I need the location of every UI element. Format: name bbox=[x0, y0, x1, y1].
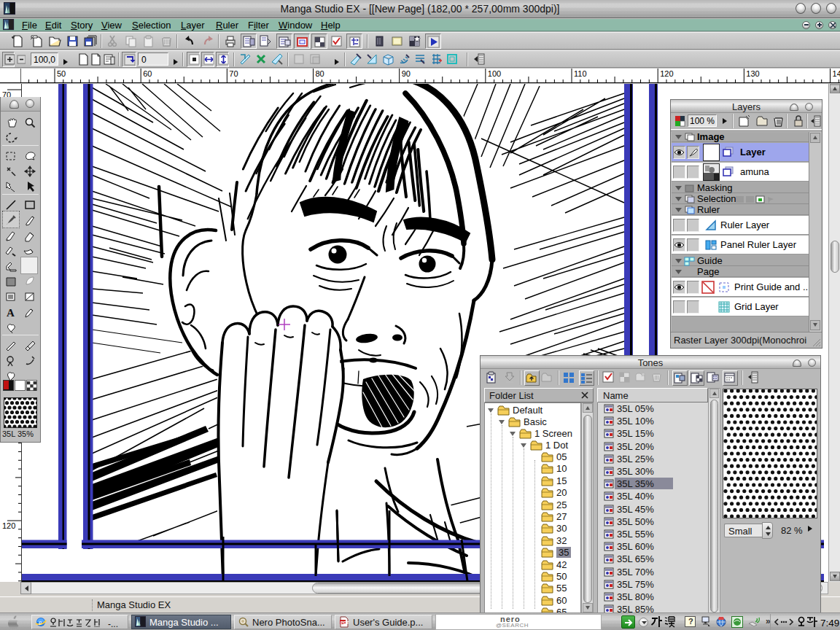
svg-text:130: 130 bbox=[746, 69, 759, 78]
svg-text:60: 60 bbox=[143, 69, 152, 78]
svg-text:50: 50 bbox=[57, 69, 66, 78]
svg-text:PDF: PDF bbox=[341, 621, 349, 625]
svg-text:80: 80 bbox=[316, 69, 324, 78]
svg-text:120: 120 bbox=[2, 521, 15, 530]
svg-text:A: A bbox=[7, 307, 15, 319]
svg-text:70: 70 bbox=[229, 69, 238, 78]
svg-text:120: 120 bbox=[660, 69, 673, 78]
svg-text:140: 140 bbox=[833, 69, 840, 78]
svg-text:90: 90 bbox=[402, 69, 411, 78]
svg-text:e: e bbox=[39, 618, 42, 626]
svg-text:7:49: 7:49 bbox=[820, 618, 839, 628]
svg-text:110: 110 bbox=[574, 69, 587, 78]
svg-text:100: 100 bbox=[488, 69, 501, 78]
